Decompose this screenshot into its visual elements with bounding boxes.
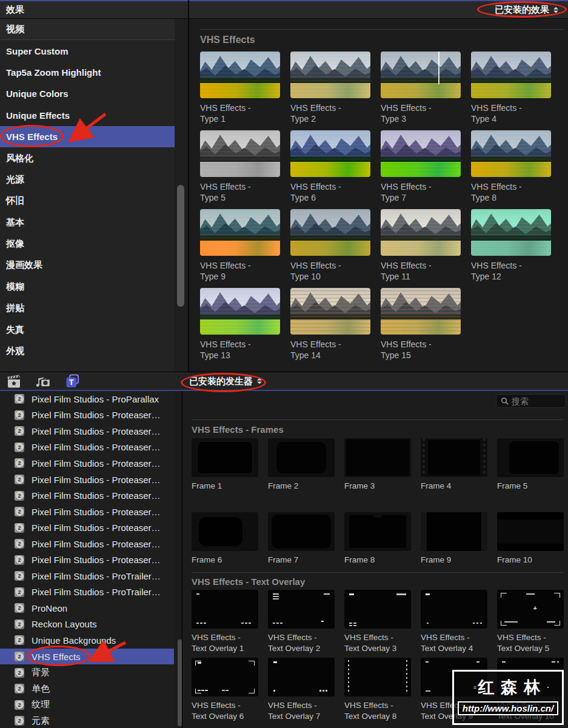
sidebar-item[interactable]: 抠像: [0, 233, 175, 255]
list-item[interactable]: 背景: [0, 664, 174, 681]
photos-audio-icon[interactable]: [34, 373, 52, 389]
effect-thumbnail[interactable]: [381, 52, 461, 98]
sidebar-item[interactable]: Tap5a Zoom Highlight: [0, 62, 175, 83]
search-field[interactable]: [496, 394, 566, 408]
generator-item[interactable]: Frame 3: [344, 438, 411, 492]
generator-item[interactable]: Frame 9: [421, 512, 487, 566]
sidebar-item-selected[interactable]: VHS Effects: [0, 126, 175, 147]
effect-item[interactable]: VHS Effects - Type 8: [471, 130, 551, 203]
generator-thumbnail[interactable]: [268, 658, 335, 696]
installed-generators-dropdown[interactable]: 已安装的发生器: [189, 375, 262, 387]
effect-item[interactable]: VHS Effects - Type 4: [471, 52, 551, 124]
sidebar-item[interactable]: 基本: [0, 212, 175, 233]
sidebar-item[interactable]: 怀旧: [0, 190, 175, 212]
generator-thumbnail[interactable]: [344, 512, 411, 551]
generator-thumbnail[interactable]: [268, 512, 335, 551]
list-item-selected[interactable]: VHS Effects: [0, 649, 174, 665]
effect-item[interactable]: VHS Effects - Type 6: [290, 130, 370, 203]
effect-item[interactable]: VHS Effects - Type 3: [381, 52, 461, 124]
sidebar-item[interactable]: 风格化: [0, 147, 175, 169]
generator-thumbnail[interactable]: [268, 438, 335, 477]
list-item[interactable]: Pixel Film Studios - ProParallax: [0, 391, 174, 407]
list-item[interactable]: Pixel Film Studios - ProTrailer…: [0, 568, 174, 584]
generator-thumbnail[interactable]: [421, 438, 487, 477]
effect-thumbnail[interactable]: [290, 130, 370, 177]
sidebar-item[interactable]: Unique Effects: [0, 105, 175, 126]
effect-thumbnail[interactable]: [200, 52, 280, 98]
generators-list-scrollbar-thumb[interactable]: [178, 640, 182, 726]
sidebar-item[interactable]: 漫画效果: [0, 255, 175, 276]
generator-item[interactable]: Frame 4: [421, 438, 487, 492]
effect-item[interactable]: VHS Effects - Type 11: [381, 209, 461, 282]
sidebar-item[interactable]: Unique Colors: [0, 83, 175, 104]
installed-effects-dropdown[interactable]: 已安装的效果: [495, 4, 558, 16]
list-item[interactable]: Pixel Film Studios - ProTrailer…: [0, 584, 174, 601]
sidebar-item[interactable]: 失真: [0, 319, 175, 340]
generator-item[interactable]: Frame 7: [268, 512, 335, 566]
generator-item[interactable]: Frame 6: [192, 512, 258, 566]
generator-item[interactable]: VHS Effects - Text Overlay 5: [497, 590, 564, 654]
list-item[interactable]: Pixel Film Studios - Proteaser…: [0, 439, 174, 456]
search-input[interactable]: [512, 396, 554, 406]
effects-list-scrollbar-track[interactable]: [175, 19, 188, 372]
effect-item[interactable]: VHS Effects - Type 1: [200, 52, 280, 124]
generator-item[interactable]: Frame 10: [497, 512, 564, 566]
generator-thumbnail[interactable]: [344, 658, 411, 696]
list-item[interactable]: Pixel Film Studios - Proteaser…: [0, 472, 174, 488]
generator-item[interactable]: Frame 2: [268, 438, 335, 492]
list-item[interactable]: Pixel Film Studios - Proteaser…: [0, 504, 174, 520]
list-item[interactable]: Pixel Film Studios - Proteaser…: [0, 407, 174, 424]
generator-thumbnail[interactable]: [344, 438, 411, 477]
list-item[interactable]: 元素: [0, 713, 174, 728]
generator-item[interactable]: VHS Effects - Text Overlay 6: [192, 658, 258, 722]
generator-item[interactable]: Frame 5: [497, 438, 564, 492]
effect-thumbnail[interactable]: [200, 130, 280, 177]
list-item[interactable]: Unique Backgrounds: [0, 632, 174, 649]
generator-item[interactable]: VHS Effects - Text Overlay 3: [344, 590, 411, 654]
generator-item[interactable]: VHS Effects - Text Overlay 2: [268, 590, 335, 654]
effect-thumbnail[interactable]: [471, 209, 551, 256]
generator-item[interactable]: VHS Effects - Text Overlay 8: [344, 658, 411, 722]
effect-item[interactable]: VHS Effects - Type 5: [200, 130, 280, 203]
generator-thumbnail[interactable]: [344, 590, 411, 629]
effect-item[interactable]: VHS Effects - Type 14: [290, 288, 370, 361]
effect-item[interactable]: VHS Effects - Type 10: [290, 209, 370, 282]
list-item[interactable]: Reckon Layouts: [0, 616, 174, 633]
sidebar-item[interactable]: 视频: [0, 19, 175, 40]
effects-list-scrollbar-thumb[interactable]: [177, 185, 184, 307]
generator-item[interactable]: VHS Effects - Text Overlay 7: [268, 658, 335, 722]
generator-item[interactable]: VHS Effects - Text Overlay 4: [421, 590, 487, 654]
effect-item[interactable]: VHS Effects - Type 7: [381, 130, 461, 203]
list-item[interactable]: ProNeon: [0, 600, 174, 616]
sidebar-item[interactable]: 外观: [0, 341, 175, 362]
effect-thumbnail[interactable]: [381, 130, 461, 177]
generator-thumbnail[interactable]: [192, 512, 258, 551]
generator-thumbnail[interactable]: [421, 512, 487, 551]
sidebar-item[interactable]: 模糊: [0, 276, 175, 298]
generator-thumbnail[interactable]: [497, 438, 564, 477]
list-item[interactable]: Pixel Film Studios - Proteaser…: [0, 536, 174, 552]
effect-thumbnail[interactable]: [381, 288, 461, 335]
generator-thumbnail[interactable]: [192, 590, 258, 629]
list-item[interactable]: 纹理: [0, 696, 174, 713]
effect-thumbnail[interactable]: [471, 130, 551, 177]
effect-item[interactable]: VHS Effects - Type 15: [381, 288, 461, 361]
generator-thumbnail[interactable]: [497, 590, 564, 629]
sidebar-item[interactable]: 光源: [0, 169, 175, 190]
list-item[interactable]: Pixel Film Studios - Proteaser…: [0, 487, 174, 504]
sidebar-item[interactable]: Super Custom: [0, 40, 175, 61]
generator-item[interactable]: Frame 8: [344, 512, 411, 566]
effect-item[interactable]: VHS Effects - Type 9: [200, 209, 280, 282]
list-item[interactable]: Pixel Film Studios - Proteaser…: [0, 455, 174, 472]
generator-thumbnail[interactable]: [192, 658, 258, 696]
generator-thumbnail[interactable]: [421, 590, 487, 629]
effect-thumbnail[interactable]: [200, 288, 280, 335]
effect-item[interactable]: VHS Effects - Type 2: [290, 52, 370, 124]
effect-item[interactable]: VHS Effects - Type 12: [471, 209, 551, 282]
generator-item[interactable]: VHS Effects - Text Overlay 1: [192, 590, 258, 654]
list-item[interactable]: Pixel Film Studios - Proteaser…: [0, 423, 174, 439]
list-item[interactable]: Pixel Film Studios - Proteaser…: [0, 552, 174, 568]
list-item[interactable]: Pixel Film Studios - Proteaser…: [0, 519, 174, 536]
effect-thumbnail[interactable]: [471, 52, 551, 98]
effect-thumbnail[interactable]: [200, 209, 280, 256]
